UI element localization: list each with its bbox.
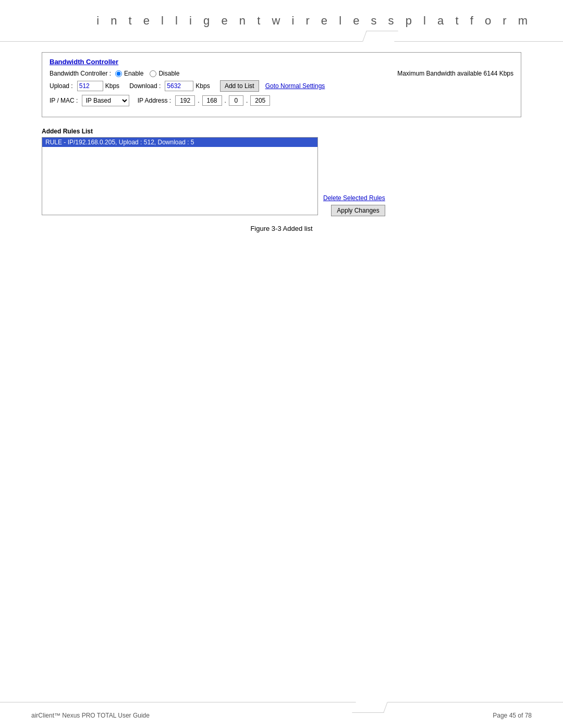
page-header: i n t e l l i g e n t w i r e l e s s p … [0, 0, 563, 42]
header-title: i n t e l l i g e n t w i r e l e s s p … [96, 14, 532, 28]
upload-label: Upload : [50, 82, 73, 90]
page-footer: airClient™ Nexus PRO TOTAL User Guide Pa… [0, 702, 563, 728]
figure-caption: Figure 3-3 Added list [42, 225, 521, 232]
main-content: Bandwidth Controller Bandwidth Controlle… [42, 52, 521, 232]
rules-container: RULE - IP/192.168.0.205, Upload : 512, D… [42, 137, 521, 216]
list-item[interactable]: RULE - IP/192.168.0.205, Upload : 512, D… [42, 138, 317, 147]
enable-radio[interactable] [115, 70, 122, 77]
ip-sep2: . [225, 97, 226, 104]
disable-radio-label[interactable]: Disable [150, 70, 179, 77]
ip-mac-row: IP / MAC : IP Based MAC Based IP Address… [50, 95, 513, 106]
rules-actions: Delete Selected Rules Apply Changes [323, 137, 385, 216]
controller-row: Bandwidth Controller : Enable Disable Ma… [50, 70, 513, 77]
ip-sep1: . [198, 97, 199, 104]
max-bandwidth-text: Maximum Bandwidth available 6144 Kbps [397, 70, 513, 77]
ip-address-label: IP Address : [138, 97, 171, 104]
upload-input[interactable] [77, 81, 103, 91]
rules-listbox[interactable]: RULE - IP/192.168.0.205, Upload : 512, D… [42, 137, 318, 215]
upload-download-row: Upload : Kbps Download : Kbps Add to Lis… [50, 80, 513, 92]
controller-label: Bandwidth Controller : [50, 70, 111, 77]
enable-radio-label[interactable]: Enable [115, 70, 143, 77]
ip-sep3: . [246, 97, 248, 104]
ip-mac-label: IP / MAC : [50, 97, 78, 104]
enable-disable-group: Enable Disable [115, 70, 179, 77]
added-rules-section: Added Rules List RULE - IP/192.168.0.205… [42, 128, 521, 216]
goto-normal-link[interactable]: Goto Normal Settings [265, 82, 325, 90]
add-to-list-button[interactable]: Add to List [220, 80, 259, 92]
download-unit: Kbps [195, 82, 210, 90]
enable-label: Enable [124, 70, 143, 77]
upload-unit: Kbps [105, 82, 119, 90]
added-rules-label: Added Rules List [42, 128, 521, 135]
ip2-input[interactable] [202, 95, 222, 106]
ip3-input[interactable] [229, 95, 243, 106]
footer-left-text: airClient™ Nexus PRO TOTAL User Guide [31, 712, 150, 719]
delete-selected-link[interactable]: Delete Selected Rules [323, 194, 385, 202]
ip1-input[interactable] [175, 95, 195, 106]
disable-label: Disable [158, 70, 179, 77]
download-input[interactable] [165, 81, 193, 91]
footer-right-text: Page 45 of 78 [493, 712, 532, 719]
panel-title[interactable]: Bandwidth Controller [50, 58, 513, 66]
download-label: Download : [129, 82, 161, 90]
disable-radio[interactable] [150, 70, 156, 77]
ip-mac-select[interactable]: IP Based MAC Based [82, 95, 129, 106]
bandwidth-controller-panel: Bandwidth Controller Bandwidth Controlle… [42, 52, 521, 117]
ip4-input[interactable] [250, 95, 270, 106]
apply-changes-button[interactable]: Apply Changes [331, 205, 385, 216]
